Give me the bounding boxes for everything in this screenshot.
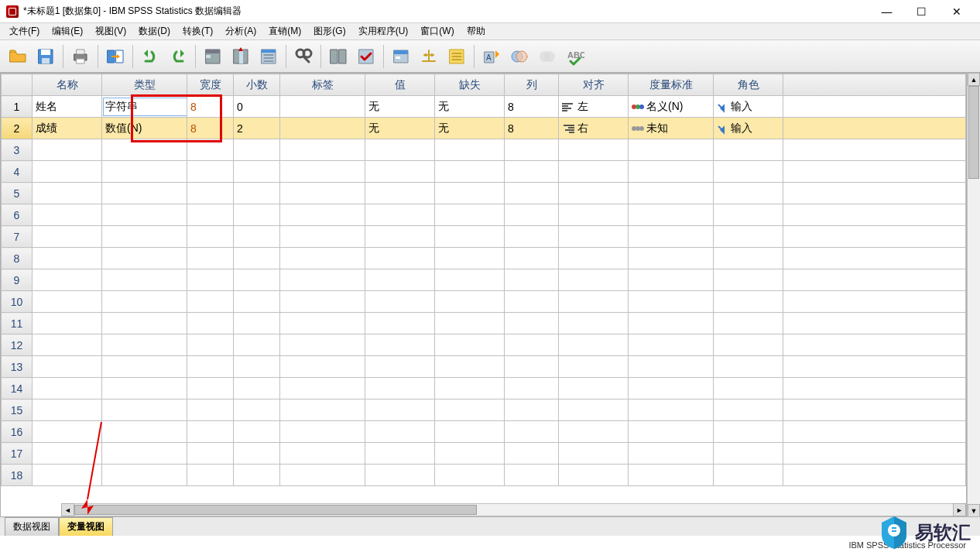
empty-cell[interactable] bbox=[234, 378, 280, 399]
empty-cell[interactable] bbox=[365, 139, 435, 161]
empty-cell[interactable] bbox=[280, 248, 365, 269]
empty-cell[interactable] bbox=[33, 443, 102, 465]
empty-cell[interactable] bbox=[280, 269, 365, 291]
col-header-5[interactable]: 值 bbox=[365, 74, 435, 96]
empty-cell[interactable] bbox=[102, 139, 187, 161]
cell-decimals[interactable]: 0 bbox=[234, 96, 280, 118]
empty-cell[interactable] bbox=[629, 313, 714, 334]
menu-3[interactable]: 数据(D) bbox=[132, 23, 176, 39]
empty-cell[interactable] bbox=[187, 313, 234, 334]
empty-cell[interactable] bbox=[365, 313, 435, 334]
empty-cell[interactable] bbox=[234, 226, 280, 248]
tab-variable-view[interactable]: 变量视图 bbox=[59, 517, 113, 536]
col-header-10[interactable]: 角色 bbox=[714, 74, 783, 96]
row-header[interactable]: 16 bbox=[2, 421, 33, 443]
empty-cell[interactable] bbox=[629, 356, 714, 378]
empty-cell[interactable] bbox=[629, 378, 714, 399]
row-header[interactable]: 13 bbox=[2, 356, 33, 378]
empty-cell[interactable] bbox=[629, 204, 714, 226]
row-header[interactable]: 12 bbox=[2, 334, 33, 356]
col-header-3[interactable]: 小数 bbox=[234, 74, 280, 96]
menu-2[interactable]: 视图(V) bbox=[89, 23, 132, 39]
cell-columns[interactable]: 8 bbox=[505, 118, 559, 139]
empty-cell[interactable] bbox=[280, 313, 365, 334]
empty-cell[interactable] bbox=[629, 291, 714, 313]
row-header[interactable]: 7 bbox=[2, 226, 33, 248]
empty-cell[interactable] bbox=[365, 421, 435, 443]
empty-cell[interactable] bbox=[365, 378, 435, 399]
empty-cell[interactable] bbox=[629, 183, 714, 204]
menu-1[interactable]: 编辑(E) bbox=[46, 23, 89, 39]
empty-cell[interactable] bbox=[187, 399, 234, 421]
empty-cell[interactable] bbox=[187, 204, 234, 226]
empty-cell[interactable] bbox=[234, 334, 280, 356]
empty-cell[interactable] bbox=[435, 291, 505, 313]
empty-cell[interactable] bbox=[505, 334, 559, 356]
empty-cell[interactable] bbox=[102, 204, 187, 226]
row-header[interactable]: 8 bbox=[2, 248, 33, 269]
empty-cell[interactable] bbox=[559, 313, 629, 334]
empty-cell[interactable] bbox=[234, 269, 280, 291]
row-header[interactable]: 4 bbox=[2, 161, 33, 183]
empty-cell[interactable] bbox=[629, 399, 714, 421]
cell-width[interactable]: 8 bbox=[187, 118, 234, 139]
menu-7[interactable]: 图形(G) bbox=[307, 23, 351, 39]
save-button[interactable] bbox=[33, 43, 59, 70]
row-header[interactable]: 2 bbox=[2, 118, 33, 139]
empty-cell[interactable] bbox=[505, 161, 559, 183]
empty-cell[interactable] bbox=[559, 356, 629, 378]
cell-type[interactable]: ... bbox=[102, 96, 187, 118]
empty-cell[interactable] bbox=[187, 269, 234, 291]
empty-cell[interactable] bbox=[280, 226, 365, 248]
empty-cell[interactable] bbox=[559, 443, 629, 465]
cell-decimals[interactable]: 2 bbox=[234, 118, 280, 139]
variables-button[interactable] bbox=[255, 43, 282, 70]
empty-cell[interactable] bbox=[102, 334, 187, 356]
empty-cell[interactable] bbox=[505, 465, 559, 486]
empty-cell[interactable] bbox=[714, 291, 783, 313]
empty-cell[interactable] bbox=[102, 465, 187, 486]
menu-5[interactable]: 分析(A) bbox=[219, 23, 262, 39]
cell-missing[interactable]: 无 bbox=[435, 118, 505, 139]
close-button[interactable]: ✕ bbox=[939, 1, 974, 22]
use-sets-button[interactable]: A bbox=[478, 43, 505, 70]
cell-role[interactable]: 输入 bbox=[714, 118, 783, 139]
empty-cell[interactable] bbox=[714, 378, 783, 399]
row-header[interactable]: 14 bbox=[2, 378, 33, 399]
empty-cell[interactable] bbox=[280, 443, 365, 465]
empty-cell[interactable] bbox=[629, 269, 714, 291]
col-header-4[interactable]: 标签 bbox=[280, 74, 365, 96]
empty-cell[interactable] bbox=[33, 334, 102, 356]
weight-cases-button[interactable] bbox=[416, 43, 442, 70]
empty-cell[interactable] bbox=[629, 334, 714, 356]
empty-cell[interactable] bbox=[714, 161, 783, 183]
empty-cell[interactable] bbox=[714, 356, 783, 378]
empty-cell[interactable] bbox=[505, 378, 559, 399]
col-header-2[interactable]: 宽度 bbox=[187, 74, 234, 96]
find-button[interactable] bbox=[290, 43, 317, 70]
spell-check-button[interactable]: ABC bbox=[562, 43, 588, 70]
empty-cell[interactable] bbox=[559, 291, 629, 313]
empty-cell[interactable] bbox=[559, 334, 629, 356]
col-header-7[interactable]: 列 bbox=[505, 74, 559, 96]
empty-cell[interactable] bbox=[559, 161, 629, 183]
col-header-9[interactable]: 度量标准 bbox=[629, 74, 714, 96]
empty-cell[interactable] bbox=[435, 378, 505, 399]
empty-cell[interactable] bbox=[33, 161, 102, 183]
empty-cell[interactable] bbox=[280, 378, 365, 399]
empty-cell[interactable] bbox=[435, 421, 505, 443]
empty-cell[interactable] bbox=[187, 161, 234, 183]
maximize-button[interactable]: ☐ bbox=[904, 1, 939, 22]
empty-cell[interactable] bbox=[714, 269, 783, 291]
cell-values[interactable]: 无 bbox=[365, 96, 435, 118]
cell-name[interactable]: 成绩 bbox=[33, 118, 102, 139]
empty-cell[interactable] bbox=[714, 204, 783, 226]
empty-cell[interactable] bbox=[629, 161, 714, 183]
cell-align[interactable]: 左 bbox=[559, 96, 629, 118]
redo-button[interactable] bbox=[165, 43, 191, 70]
row-header[interactable]: 11 bbox=[2, 313, 33, 334]
empty-cell[interactable] bbox=[365, 399, 435, 421]
empty-cell[interactable] bbox=[187, 356, 234, 378]
empty-cell[interactable] bbox=[102, 313, 187, 334]
empty-cell[interactable] bbox=[714, 313, 783, 334]
